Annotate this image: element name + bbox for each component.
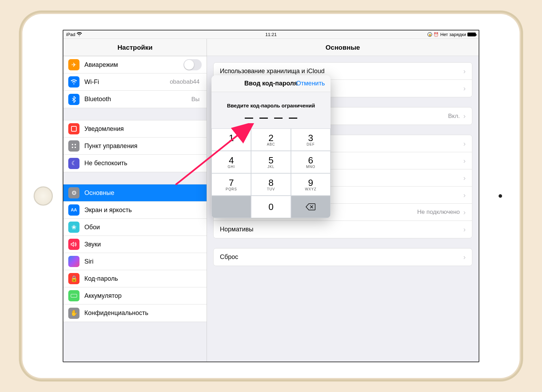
svg-point-3 (75, 147, 76, 148)
key-7[interactable]: 7PQRS (212, 174, 251, 195)
sidebar-item-dnd[interactable]: ☾ Не беспокоить (63, 155, 207, 172)
svg-point-1 (75, 144, 76, 145)
row-normativy[interactable]: Нормативы› (214, 221, 472, 238)
sidebar-item-wifi[interactable]: Wi-Fi obaobab44 (63, 74, 207, 91)
key-9[interactable]: 9WXYZ (291, 174, 330, 195)
sidebar-item-display[interactable]: AA Экран и яркость (63, 202, 207, 219)
sidebar-item-control-center[interactable]: Пункт управления (63, 138, 207, 155)
sidebar-item-siri[interactable]: Siri (63, 253, 207, 270)
passcode-field[interactable] (211, 118, 331, 119)
bluetooth-icon (68, 94, 79, 105)
key-3[interactable]: 3DEF (291, 129, 330, 150)
chevron-right-icon: › (463, 225, 466, 233)
cancel-button[interactable]: Отменить (296, 80, 325, 87)
content-title: Основные (207, 39, 479, 56)
sidebar-item-notifications[interactable]: Уведомления (63, 120, 207, 138)
alarm-icon: ⏰ (433, 32, 439, 37)
wifi-icon (77, 32, 82, 37)
charge-label: Нет зарядки (440, 32, 466, 37)
sidebar-item-passcode[interactable]: 🔒 Код-пароль (63, 270, 207, 287)
sidebar-item-sounds[interactable]: Звуки (63, 236, 207, 253)
chevron-right-icon: › (463, 112, 466, 120)
status-bar: iPad 11:21 🔒 ⏰ Нет зарядки (63, 30, 479, 39)
lock-rotation-icon: 🔒 (428, 32, 432, 37)
key-6[interactable]: 6MNO (291, 151, 330, 173)
keypad: 1 2ABC 3DEF 4GHI 5JKL 6MNO 7PQRS 8TUV 9W… (211, 128, 331, 218)
sidebar-title: Настройки (63, 39, 207, 56)
passcode-modal: Ввод код-пароля Отменить Введите код-пар… (211, 75, 331, 218)
chevron-right-icon: › (463, 253, 466, 261)
key-0[interactable]: 0 (251, 196, 290, 218)
airplane-toggle[interactable] (183, 59, 202, 70)
svg-point-2 (72, 147, 73, 148)
chevron-right-icon: › (463, 157, 466, 165)
airplane-icon: ✈ (68, 59, 79, 70)
chevron-right-icon: › (463, 208, 466, 216)
pin-dash (274, 118, 283, 119)
battery-icon (467, 33, 476, 36)
sidebar-item-privacy[interactable]: ✋ Конфиденциальность (63, 304, 207, 322)
privacy-icon: ✋ (68, 308, 79, 319)
display-icon: AA (68, 204, 79, 216)
siri-icon (68, 256, 79, 267)
chevron-right-icon: › (463, 191, 466, 199)
chevron-right-icon: › (463, 84, 466, 92)
passcode-icon: 🔒 (68, 273, 79, 284)
wifi-icon (68, 76, 79, 88)
row-reset[interactable]: Сброс› (214, 248, 472, 266)
key-backspace[interactable] (291, 196, 330, 218)
gear-icon: ⚙ (68, 187, 79, 198)
sidebar-item-battery[interactable]: Аккумулятор (63, 287, 207, 304)
pin-dash (289, 118, 297, 119)
modal-title: Ввод код-пароля (244, 80, 298, 87)
sidebar-item-airplane[interactable]: ✈ Авиарежим (63, 56, 207, 74)
settings-sidebar: Настройки ✈ Авиарежим Wi-Fi obaobab44 (63, 39, 207, 362)
ipad-frame: iPad 11:21 🔒 ⏰ Нет зарядки Настройки ✈ (22, 14, 520, 378)
pin-dash (245, 118, 253, 119)
backspace-icon (306, 203, 315, 210)
sounds-icon (68, 239, 79, 250)
sidebar-item-bluetooth[interactable]: Bluetooth Вы (63, 91, 207, 108)
key-4[interactable]: 4GHI (212, 151, 251, 173)
wallpaper-icon: ❀ (68, 222, 79, 233)
dnd-icon: ☾ (68, 158, 79, 169)
chevron-right-icon: › (463, 174, 466, 182)
passcode-prompt: Введите код-пароль ограничений (211, 103, 331, 108)
key-blank (212, 196, 251, 218)
key-2[interactable]: 2ABC (251, 129, 290, 150)
home-button[interactable] (34, 187, 53, 206)
chevron-right-icon: › (463, 140, 466, 148)
notifications-icon (68, 123, 79, 134)
camera (499, 194, 502, 198)
status-time: 11:21 (265, 32, 277, 37)
sidebar-item-wallpaper[interactable]: ❀ Обои (63, 219, 207, 236)
screen: iPad 11:21 🔒 ⏰ Нет зарядки Настройки ✈ (63, 30, 479, 362)
key-5[interactable]: 5JKL (251, 151, 290, 173)
key-8[interactable]: 8TUV (251, 174, 290, 195)
svg-point-0 (72, 144, 73, 145)
device-label: iPad (66, 32, 75, 37)
sidebar-item-general[interactable]: ⚙ Основные (63, 184, 207, 202)
control-center-icon (68, 140, 79, 152)
battery-icon (68, 290, 79, 301)
chevron-right-icon: › (463, 67, 466, 75)
key-1[interactable]: 1 (212, 129, 251, 150)
pin-dash (259, 118, 268, 119)
